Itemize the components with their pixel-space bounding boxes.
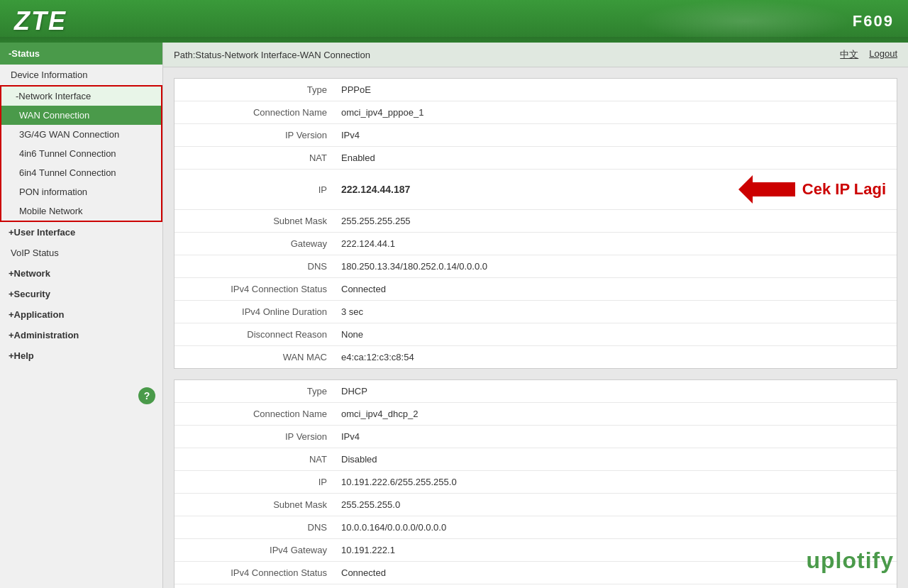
lang-link[interactable]: 中文 xyxy=(840,48,858,61)
panel1-row-0: TypePPPoE xyxy=(175,79,897,101)
model: F609 xyxy=(853,12,894,30)
watermark: uplotify xyxy=(806,548,894,574)
sidebar-item-3g4g-wan[interactable]: 3G/4G WAN Connection xyxy=(1,125,161,144)
panel2-row-1: Connection Nameomci_ipv4_dhcp_2 xyxy=(175,403,897,426)
panel2-row-4: IP10.191.222.6/255.255.255.0 xyxy=(175,471,897,494)
logout-link[interactable]: Logout xyxy=(869,48,897,61)
panel2-value-7: 10.191.222.1 xyxy=(341,545,886,555)
panel1-label-0: Type xyxy=(185,84,341,95)
panel2-label-3: NAT xyxy=(185,454,341,465)
sidebar-item-application[interactable]: +Application xyxy=(0,304,162,325)
panel1-label-7: DNS xyxy=(185,261,341,272)
panel1-value-8: Connected xyxy=(341,284,886,294)
red-arrow-icon xyxy=(738,175,795,204)
panel2-label-7: IPv4 Gateway xyxy=(185,545,341,555)
panel1-row-4: IP222.124.44.187Cek IP Lagi xyxy=(175,170,897,210)
panel2-label-4: IP xyxy=(185,477,341,487)
panel1-value-9: 3 sec xyxy=(341,306,886,317)
svg-marker-0 xyxy=(738,175,795,204)
wan-info-panel-2: TypeDHCPConnection Nameomci_ipv4_dhcp_2I… xyxy=(174,379,897,588)
panel1-row-5: Subnet Mask255.255.255.255 xyxy=(175,210,897,233)
panel2-label-8: IPv4 Connection Status xyxy=(185,567,341,578)
watermark-suffix: ify xyxy=(865,548,894,573)
cek-ip-lagi-text: Cek IP Lagi xyxy=(802,180,886,199)
panel1-value-5: 255.255.255.255 xyxy=(341,216,886,226)
panel1-row-11: WAN MACe4:ca:12:c3:c8:54 xyxy=(175,346,897,368)
sidebar-item-mobile-network[interactable]: Mobile Network xyxy=(1,201,161,221)
sidebar-item-pon-information[interactable]: PON information xyxy=(1,182,161,201)
sidebar-item-device-information[interactable]: Device Information xyxy=(0,65,162,85)
panel1-row-7: DNS180.250.13.34/180.252.0.14/0.0.0.0 xyxy=(175,255,897,278)
sidebar-status-label: -Status xyxy=(0,43,162,65)
panel2-value-2: IPv4 xyxy=(341,431,886,442)
panel1-row-6: Gateway222.124.44.1 xyxy=(175,233,897,255)
panel1-label-11: WAN MAC xyxy=(185,352,341,362)
panel2-row-5: Subnet Mask255.255.255.0 xyxy=(175,494,897,516)
panel1-label-8: IPv4 Connection Status xyxy=(185,284,341,294)
panel1-label-1: Connection Name xyxy=(185,107,341,118)
sidebar-item-voip-status[interactable]: VoIP Status xyxy=(0,243,162,263)
panel2-label-6: DNS xyxy=(185,522,341,533)
panel1-value-2: IPv4 xyxy=(341,130,886,140)
panel1-row-10: Disconnect ReasonNone xyxy=(175,323,897,346)
sidebar-item-wan-connection[interactable]: WAN Connection xyxy=(1,106,161,125)
panel2-label-5: Subnet Mask xyxy=(185,499,341,510)
panel2-label-2: IP Version xyxy=(185,431,341,442)
panel1-label-6: Gateway xyxy=(185,238,341,249)
panel2-label-0: Type xyxy=(185,386,341,396)
panel2-value-8: Connected xyxy=(341,567,886,578)
panel1-value-1: omci_ipv4_pppoe_1 xyxy=(341,107,886,118)
panel2-value-1: omci_ipv4_dhcp_2 xyxy=(341,409,886,419)
panel2-value-0: DHCP xyxy=(341,386,886,396)
panel1-row-1: Connection Nameomci_ipv4_pppoe_1 xyxy=(175,101,897,124)
logo: ZTE xyxy=(14,6,67,36)
help-icon-button[interactable]: ? xyxy=(138,387,155,404)
sidebar-item-6in4-tunnel[interactable]: 6in4 Tunnel Connection xyxy=(1,163,161,182)
panel1-value-3: Enabled xyxy=(341,152,886,163)
panel1-label-5: Subnet Mask xyxy=(185,216,341,226)
panel1-row-2: IP VersionIPv4 xyxy=(175,124,897,147)
sidebar-item-administration[interactable]: +Administration xyxy=(0,325,162,345)
ip-arrow-annotation: Cek IP Lagi xyxy=(738,175,886,204)
panel2-label-1: Connection Name xyxy=(185,409,341,419)
sidebar-item-security[interactable]: +Security xyxy=(0,284,162,304)
panel1-value-10: None xyxy=(341,329,886,340)
sidebar-item-user-interface[interactable]: +User Interface xyxy=(0,222,162,243)
header: ZTE F609 xyxy=(0,0,908,43)
content-area: Path:Status-Network Interface-WAN Connec… xyxy=(163,43,908,588)
panel2-row-6: DNS10.0.0.164/0.0.0.0/0.0.0.0 xyxy=(175,516,897,539)
main-layout: -Status Device Information -Network Inte… xyxy=(0,43,908,588)
panel2-row-8: IPv4 Connection StatusConnected xyxy=(175,562,897,584)
breadcrumb-links: 中文 Logout xyxy=(840,48,897,61)
panel2-value-3: Disabled xyxy=(341,454,886,465)
panel2-row-2: IP VersionIPv4 xyxy=(175,426,897,448)
sidebar-item-network[interactable]: +Network xyxy=(0,263,162,284)
breadcrumb-bar: Path:Status-Network Interface-WAN Connec… xyxy=(163,43,908,67)
panel1-value-11: e4:ca:12:c3:c8:54 xyxy=(341,352,886,362)
panel1-label-2: IP Version xyxy=(185,130,341,140)
sidebar: -Status Device Information -Network Inte… xyxy=(0,43,163,588)
sidebar-item-4in6-tunnel[interactable]: 4in6 Tunnel Connection xyxy=(1,144,161,163)
panel1-value-7: 180.250.13.34/180.252.0.14/0.0.0.0 xyxy=(341,261,886,272)
panel2-value-5: 255.255.255.0 xyxy=(341,499,886,510)
panel1-row-9: IPv4 Online Duration3 sec xyxy=(175,301,897,323)
sidebar-item-network-interface[interactable]: -Network Interface xyxy=(1,87,161,106)
watermark-highlight: t xyxy=(857,548,865,573)
panel2-row-9: IPv4 Disconnect ReasonNone xyxy=(175,584,897,588)
breadcrumb-text: Path:Status-Network Interface-WAN Connec… xyxy=(174,50,370,60)
panel1-value-ip: 222.124.44.187 xyxy=(341,184,731,195)
panel2-value-4: 10.191.222.6/255.255.255.0 xyxy=(341,477,886,487)
panel2-value-6: 10.0.0.164/0.0.0.0/0.0.0.0 xyxy=(341,522,886,533)
panel1-label-10: Disconnect Reason xyxy=(185,329,341,340)
wan-info-panel-1: TypePPPoEConnection Nameomci_ipv4_pppoe_… xyxy=(174,78,897,369)
panel1-row-3: NATEnabled xyxy=(175,147,897,170)
panel1-value-0: PPPoE xyxy=(341,84,886,95)
panel1-row-8: IPv4 Connection StatusConnected xyxy=(175,278,897,301)
panel2-row-0: TypeDHCP xyxy=(175,380,897,403)
panel2-row-3: NATDisabled xyxy=(175,448,897,471)
panel1-value-6: 222.124.44.1 xyxy=(341,238,886,249)
panel1-label-3: NAT xyxy=(185,152,341,163)
sidebar-item-help[interactable]: +Help xyxy=(0,345,162,366)
panel1-label-9: IPv4 Online Duration xyxy=(185,306,341,317)
panel1-label-4: IP xyxy=(185,184,341,195)
